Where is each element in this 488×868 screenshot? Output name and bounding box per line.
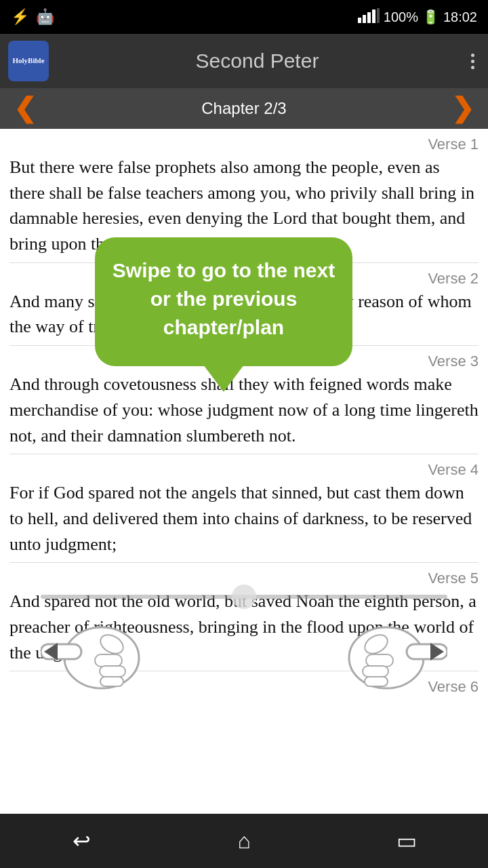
svg-rect-2 [367, 12, 371, 23]
verse-5-text: And spared not the old world, but saved … [9, 589, 479, 665]
android-icon: 🤖 [36, 8, 54, 26]
svg-rect-0 [358, 18, 361, 23]
bottom-nav-bar: ↩ ⌂ ▭ [0, 814, 488, 868]
verse-1-number: Verse 1 [9, 136, 479, 153]
next-chapter-button[interactable]: ❯ [445, 95, 481, 122]
tooltip-text: Swipe to go to the next or the previous … [113, 259, 335, 338]
book-title: Second Peter [56, 50, 459, 73]
signal-bars [358, 8, 380, 26]
home-button[interactable]: ⌂ [217, 821, 271, 861]
chapter-label: Chapter 2/3 [201, 99, 286, 118]
verse-4-text: For if God spared not the angels that si… [9, 480, 479, 557]
verse-3-block: Verse 3 And through covetousness shall t… [9, 353, 479, 448]
chapter-nav-bar: ❮ Chapter 2/3 ❯ [0, 88, 488, 129]
prev-chapter-button[interactable]: ❮ [7, 95, 43, 122]
svg-rect-1 [363, 15, 366, 23]
status-bar: ⚡ 🤖 100% 🔋 18:02 [0, 0, 488, 34]
swipe-tooltip: Swipe to go to the next or the previous … [95, 237, 352, 366]
usb-icon: ⚡ [11, 8, 29, 26]
status-left: ⚡ 🤖 [11, 8, 54, 26]
verse-6-number: Verse 6 [9, 678, 479, 696]
recents-icon: ▭ [396, 828, 417, 854]
overflow-menu-button[interactable] [466, 48, 480, 75]
svg-rect-4 [377, 8, 380, 23]
verse-4-block: Verse 4 For if God spared not the angels… [9, 461, 479, 557]
recents-button[interactable]: ▭ [380, 821, 434, 861]
app-bar: Holy Bible Second Peter [0, 34, 488, 88]
back-icon: ↩ [73, 828, 91, 854]
verse-3-text: And through covetousness shall they with… [9, 372, 479, 448]
verse-4-number: Verse 4 [9, 461, 479, 479]
app-icon[interactable]: Holy Bible [8, 41, 49, 81]
verse-5-block: Verse 5 And spared not the old world, bu… [9, 570, 479, 665]
verse-6-block: Verse 6 [9, 678, 479, 696]
battery-icon: 🔋 [422, 9, 439, 25]
content-area[interactable]: Verse 1 But there were false prophets al… [0, 129, 488, 814]
verse-5-number: Verse 5 [9, 570, 479, 587]
status-right: 100% 🔋 18:02 [358, 8, 477, 26]
home-icon: ⌂ [237, 829, 250, 854]
battery-percent: 100% [384, 9, 418, 25]
back-button[interactable]: ↩ [54, 821, 108, 861]
time-display: 18:02 [443, 9, 477, 25]
svg-rect-3 [372, 9, 375, 23]
